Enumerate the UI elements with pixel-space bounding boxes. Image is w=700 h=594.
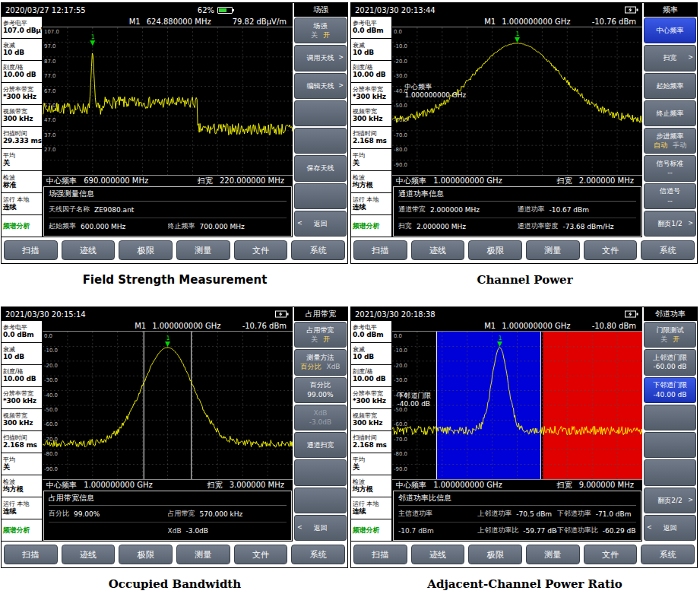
info-pair: XdB-3.0dB — [168, 527, 287, 535]
softkey-state[interactable]: 关 — [311, 30, 318, 40]
softkey-state[interactable]: 开 — [323, 30, 330, 40]
softkey-blank[interactable] — [644, 405, 696, 430]
hardkey-file[interactable]: 文件 — [234, 545, 288, 564]
datetime: 2021/03/30 20:18:38 — [355, 310, 436, 319]
hardkey-system[interactable]: 系统 — [641, 545, 695, 564]
hardkey-measure[interactable]: 测量 — [526, 545, 580, 564]
param-label: 平均 — [3, 456, 40, 463]
info-row: XdB-3.0dB — [49, 522, 287, 538]
sidebar-param-cell: 检波标准 — [2, 171, 42, 193]
param-value: 频谱分析 — [3, 526, 40, 534]
softkey-state[interactable]: 百分比 — [300, 362, 321, 371]
hardkey-sweep[interactable]: 扫描 — [353, 240, 407, 260]
softkey-upper-adjacent-threshold[interactable]: 上邻道门限-60.00 dB — [644, 349, 696, 375]
hardkey-file[interactable]: 文件 — [584, 240, 638, 260]
center-frequency-value: 1.000000000 GHz — [433, 176, 502, 185]
softkey-blank[interactable] — [294, 488, 347, 513]
softkey-state[interactable]: XdB — [326, 362, 340, 371]
hardkey-sweep[interactable]: 扫描 — [4, 240, 58, 260]
hardkey-limit[interactable]: 极限 — [119, 240, 173, 260]
hardkey-limit[interactable]: 极限 — [119, 545, 173, 564]
info-label: 扫宽 — [398, 221, 412, 231]
param-label: 刻度/格 — [353, 368, 390, 375]
analyzer-panel: 2021/03/30 20:15:14 占用带宽 参考电平0.0 dBm衰减10… — [0, 304, 350, 591]
sidebar-param-cell: 频谱分析 — [351, 215, 391, 237]
softkey-state[interactable]: 开 — [323, 335, 330, 344]
softkey-occupied-bandwidth[interactable]: 占用带宽关开 — [294, 322, 347, 348]
softkey-lower-adjacent-threshold[interactable]: 下邻道门限-40.00 dB — [644, 377, 696, 403]
svg-text:-40.0: -40.0 — [44, 392, 58, 399]
chevron-right-icon: > — [688, 54, 693, 62]
softkey-blank[interactable] — [644, 459, 696, 485]
hardkey-sweep[interactable]: 扫描 — [353, 545, 407, 564]
graph-annotation: 1.000000000 GHz — [404, 91, 466, 99]
info-pair: 天线因子名称ZE9080.ant — [49, 205, 287, 214]
param-label: 扫描时间 — [353, 434, 390, 441]
info-title: 通道功率信息 — [398, 188, 636, 202]
marker-amplitude: -10.80 dBm — [592, 322, 636, 330]
softkey-label: 扫宽 — [664, 53, 677, 62]
softkey-back[interactable]: 返回< — [294, 211, 347, 237]
hardkey-measure[interactable]: 测量 — [176, 545, 230, 564]
softkey-recall-antenna[interactable]: 调用天线> — [294, 45, 347, 71]
softkey-channel-number[interactable]: 信道号-- — [644, 183, 696, 209]
softkey-state[interactable]: 关 — [311, 335, 318, 344]
softkey-save-antenna[interactable]: 保存天线 — [294, 155, 347, 181]
softkey-span[interactable]: 扫宽> — [644, 45, 696, 71]
hardkey-system[interactable]: 系统 — [641, 240, 695, 260]
softkey-start-frequency[interactable]: 起始频率 — [644, 73, 696, 99]
hardkey-file[interactable]: 文件 — [234, 240, 288, 260]
sidebar-param-cell: 视频带宽300 kHz — [2, 409, 42, 431]
softkey-state[interactable]: 自动 — [654, 141, 667, 150]
span-label: 扫宽 — [198, 176, 213, 185]
span-label: 扫宽 — [557, 176, 572, 185]
softkey-signal-standard[interactable]: 信号标准-- — [644, 155, 696, 181]
hardkey-system[interactable]: 系统 — [291, 240, 345, 260]
softkey-blank[interactable] — [294, 128, 347, 154]
softkey-page-2-2[interactable]: 翻页2/2> — [644, 488, 696, 513]
header-main: 2021/03/30 20:18:38 — [351, 307, 642, 321]
hardkey-limit[interactable]: 极限 — [468, 545, 522, 564]
softkey-threshold-test[interactable]: 门限测试关开 — [644, 322, 696, 348]
param-value: 连续 — [353, 507, 390, 515]
hardkey-measure[interactable]: 测量 — [176, 240, 230, 260]
hardkey-trace[interactable]: 迹线 — [411, 545, 465, 564]
battery-indicator — [275, 310, 289, 318]
frequency-row: 中心频率 1.000000000 GHz 扫宽 9.000000 MHz — [392, 479, 642, 491]
battery-indicator — [625, 6, 638, 14]
softkey-blank[interactable] — [294, 100, 347, 126]
hardkey-sweep[interactable]: 扫描 — [4, 545, 58, 564]
info-label: 下邻道功率 — [557, 509, 591, 519]
softkey-blank[interactable] — [294, 183, 347, 209]
softkey-edit-antenna[interactable]: 编辑天线> — [294, 73, 347, 99]
param-label: 检波 — [353, 478, 390, 485]
softkey-label: 信道号 — [660, 186, 680, 195]
softkey-blank[interactable] — [294, 459, 347, 485]
softkey-back[interactable]: 返回< — [294, 515, 347, 541]
softkey-page-1-2[interactable]: 翻页1/2> — [644, 211, 696, 237]
softkey-step-frequency[interactable]: 步进频率自动手动 — [644, 128, 696, 154]
softkey-measure-method[interactable]: 测量方法百分比XdB — [294, 349, 347, 375]
softkey-state[interactable]: 手动 — [673, 141, 686, 150]
softkey-label: 翻页2/2 — [657, 496, 682, 505]
softkey-state[interactable]: 开 — [673, 335, 679, 344]
softkey-label: 通道扫宽 — [307, 440, 334, 449]
hardkey-file[interactable]: 文件 — [584, 545, 638, 564]
info-rows: 天线因子名称ZE9080.ant起始频率600.000 MHz终止频率700.0… — [49, 202, 287, 234]
hardkey-trace[interactable]: 迹线 — [62, 240, 116, 260]
hardkey-trace[interactable]: 迹线 — [62, 545, 116, 564]
softkey-stop-frequency[interactable]: 终止频率 — [644, 100, 696, 126]
softkey-state[interactable]: 关 — [660, 335, 667, 344]
softkey-blank[interactable] — [644, 432, 696, 458]
hardkey-limit[interactable]: 极限 — [468, 240, 522, 260]
softkey-percent[interactable]: 百分比99.00% — [294, 377, 347, 403]
softkey-field-strength[interactable]: 场强关开 — [294, 17, 347, 43]
softkey-back[interactable]: 返回< — [644, 515, 696, 541]
softkey-xdb[interactable]: XdB-3.0dB — [294, 405, 347, 430]
softkey-channel-span[interactable]: 通道扫宽 — [294, 432, 347, 458]
hardkey-measure[interactable]: 测量 — [526, 240, 580, 260]
hardkey-trace[interactable]: 迹线 — [411, 240, 465, 260]
svg-text:77.0: 77.0 — [44, 73, 55, 79]
hardkey-system[interactable]: 系统 — [291, 545, 345, 564]
softkey-center-frequency[interactable]: 中心频率 — [644, 17, 696, 43]
